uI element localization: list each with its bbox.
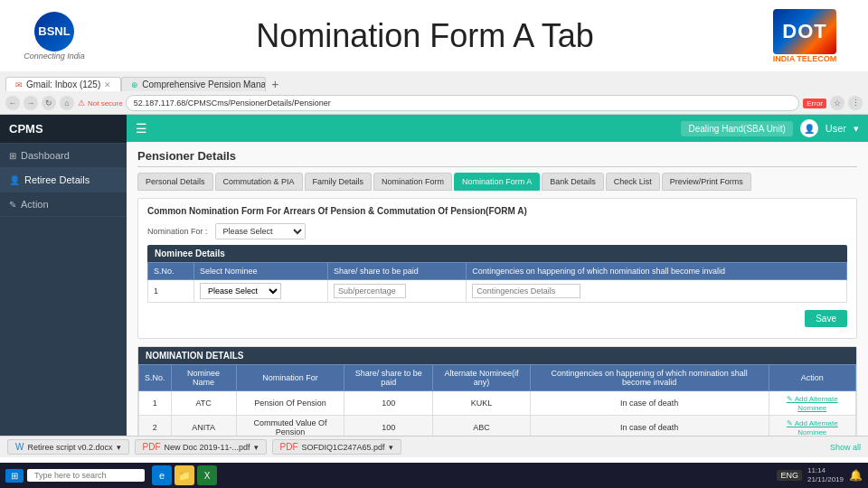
main-content: Pensioner Details Personal Details Commu…: [127, 142, 868, 436]
taskbar: ⊞ e 📁 X ENG 11:1421/11/2019 🔔: [0, 463, 868, 488]
col-nominee: Select Nominee: [194, 263, 328, 280]
browser-tabs: ✉ Gmail: Inbox (125) ✕ ⊕ Comprehensive P…: [5, 75, 863, 93]
nomination-details-section: NOMINATION DETAILS S.No. Nominee Name No…: [137, 346, 857, 436]
tab-bank-details[interactable]: Bank Details: [542, 173, 604, 191]
contingency-input: [472, 284, 580, 298]
nomination-for-label: Nomination For :: [147, 227, 208, 236]
nom-col-sno: S.No.: [139, 365, 172, 391]
action-icon: ✎: [9, 200, 16, 210]
user-avatar: 👤: [800, 119, 818, 137]
back-button[interactable]: ←: [5, 96, 20, 110]
hamburger-icon[interactable]: ☰: [136, 121, 147, 136]
action-link-1[interactable]: ✎ Add Alternate Nominee: [787, 395, 838, 412]
bsnl-sub: Connecting India: [24, 52, 85, 61]
tab-check-list[interactable]: Check List: [606, 173, 660, 191]
share-input: [334, 284, 406, 298]
nomination-for-select[interactable]: Please Select: [215, 223, 306, 239]
bottom-file-pdf-2[interactable]: PDF SOFDIQ1C247A65.pdf ▾: [272, 439, 401, 455]
nomination-details-header: NOMINATION DETAILS: [138, 347, 856, 364]
bottom-file-word[interactable]: W Retiree script v0.2.docx ▾: [7, 439, 129, 455]
tab-commutation[interactable]: Commutation & PIA: [215, 173, 303, 191]
cell-share[interactable]: [328, 280, 467, 303]
taskbar-app-explorer[interactable]: 📁: [175, 465, 194, 485]
dealing-hand-badge: Dealing Hand(SBA Unit): [681, 121, 792, 136]
forward-button[interactable]: →: [24, 96, 38, 110]
bsnl-logo: BSNL Connecting India: [18, 12, 90, 61]
refresh-button[interactable]: ↻: [42, 96, 56, 110]
nom-col-contingency: Contingencies on happening of which nomi…: [530, 365, 769, 391]
nom-col-share: Share/ share to be paid: [344, 365, 433, 391]
save-button[interactable]: Save: [805, 310, 847, 327]
cell-contingency[interactable]: [467, 280, 847, 303]
action-link-2[interactable]: ✎ Add Alternate Nominee: [787, 419, 838, 436]
nomination-details-table: S.No. Nominee Name Nomination For Share/…: [138, 364, 856, 436]
india-telecom-text: INDIA TELECOM: [773, 54, 837, 63]
dot-logo-img: DOT: [773, 9, 836, 54]
table-row: 1 Please Select: [148, 280, 847, 303]
bookmark-button[interactable]: ☆: [830, 96, 844, 110]
top-bar-right: Dealing Hand(SBA Unit) 👤 User ▾: [681, 119, 859, 137]
bottom-bar: W Retiree script v0.2.docx ▾ PDF New Doc…: [0, 436, 868, 457]
tab-close-gmail[interactable]: ✕: [104, 80, 111, 89]
word-icon: W: [15, 442, 24, 452]
tab-nomination-form[interactable]: Nomination Form: [373, 173, 452, 191]
nomination-for-row: Nomination For : Please Select: [147, 223, 847, 239]
nom-col-action: Action: [769, 365, 855, 391]
taskbar-search[interactable]: [27, 469, 145, 482]
new-tab-button[interactable]: +: [266, 75, 284, 93]
nom-table-row-1: 1 ATC Pension Of Pension 100 KUKL In cas…: [139, 391, 856, 416]
slide-title: Nomination Form A Tab: [90, 17, 760, 55]
cell-sno: 1: [148, 280, 194, 303]
sidebar: CPMS ⊞ Dashboard 👤 Retiree Details ✎ Act…: [0, 115, 127, 436]
notification-icon[interactable]: 🔔: [849, 469, 863, 482]
bottom-file-pdf-1[interactable]: PDF New Doc 2019-11-...pdf ▾: [135, 439, 267, 455]
start-button[interactable]: ⊞: [5, 469, 24, 483]
nominee-details-table: S.No. Select Nominee Share/ share to be …: [147, 262, 847, 303]
taskbar-apps: e 📁 X: [152, 465, 217, 485]
language-badge: ENG: [777, 470, 802, 481]
nominee-select[interactable]: Please Select: [200, 283, 281, 299]
sidebar-item-action[interactable]: ✎ Action: [0, 192, 127, 217]
tab-personal-details[interactable]: Personal Details: [137, 173, 213, 191]
taskbar-app-excel[interactable]: X: [197, 465, 217, 485]
col-contingency: Contingencies on happening of which nomi…: [467, 263, 847, 280]
cell-nominee[interactable]: Please Select: [194, 280, 328, 303]
file-chevron-icon: ▾: [117, 443, 121, 452]
menu-button[interactable]: ⋮: [848, 96, 863, 110]
home-button[interactable]: ⌂: [60, 96, 74, 110]
user-dropdown-icon[interactable]: ▾: [854, 123, 859, 135]
app-container: CPMS ⊞ Dashboard 👤 Retiree Details ✎ Act…: [0, 115, 868, 436]
nom-col-name: Nominee Name: [171, 365, 236, 391]
windows-icon: ⊞: [11, 471, 18, 481]
nom-col-for: Nomination For: [236, 365, 344, 391]
error-badge: Error: [803, 99, 826, 108]
file-chevron-icon-3: ▾: [389, 443, 393, 452]
pdf-icon-2: PDF: [280, 442, 298, 452]
table-header-row: S.No. Select Nominee Share/ share to be …: [148, 263, 847, 280]
dot-logo: DOT INDIA TELECOM: [760, 9, 850, 63]
url-bar[interactable]: [126, 95, 800, 111]
sidebar-item-retiree[interactable]: 👤 Retiree Details: [0, 168, 127, 192]
slide-header: BSNL Connecting India Nomination Form A …: [0, 0, 868, 72]
col-share: Share/ share to be paid: [328, 263, 467, 280]
dashboard-icon: ⊞: [9, 151, 16, 161]
tab-nomination-form-a[interactable]: Nomination Form A: [454, 173, 540, 191]
tabs-bar: Personal Details Commutation & PIA Famil…: [137, 173, 857, 191]
col-sno: S.No.: [148, 263, 194, 280]
browser-tab-cpms[interactable]: ⊕ Comprehensive Pension Manag... ✕: [121, 77, 266, 91]
taskbar-app-edge[interactable]: e: [152, 465, 172, 485]
content-wrap: Pensioner Details Personal Details Commu…: [127, 142, 868, 436]
nom-col-alternate: Alternate Nominee(if any): [433, 365, 530, 391]
sidebar-app-name: CPMS: [0, 115, 127, 144]
main-area: ☰ Dealing Hand(SBA Unit) 👤 User ▾ Pensio…: [127, 115, 868, 436]
browser-tab-gmail[interactable]: ✉ Gmail: Inbox (125) ✕: [5, 77, 121, 91]
taskbar-datetime: 11:1421/11/2019: [807, 466, 844, 485]
tab-preview-print[interactable]: Preview/Print Forms: [662, 173, 751, 191]
top-bar: ☰ Dealing Hand(SBA Unit) 👤 User ▾: [127, 115, 868, 142]
show-all-link[interactable]: Show all: [830, 443, 861, 452]
pdf-icon-1: PDF: [143, 442, 161, 452]
form-section: Common Nomination Form For Arrears Of Pe…: [137, 198, 857, 339]
page-heading: Pensioner Details: [137, 149, 857, 167]
sidebar-item-dashboard[interactable]: ⊞ Dashboard: [0, 144, 127, 168]
tab-family-details[interactable]: Family Details: [305, 173, 373, 191]
